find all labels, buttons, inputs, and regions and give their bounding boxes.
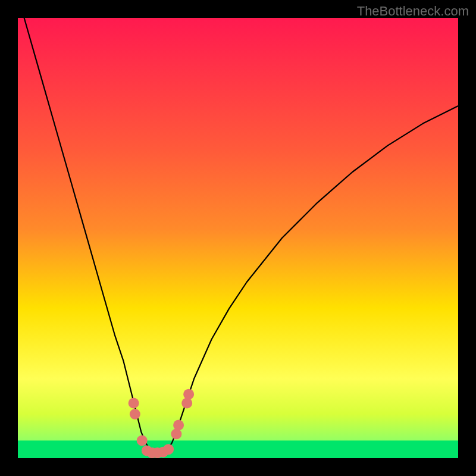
- data-marker: [173, 420, 184, 431]
- data-marker: [181, 398, 192, 409]
- plot-area: [18, 18, 458, 458]
- data-marker: [130, 409, 140, 419]
- data-marker: [183, 389, 194, 400]
- data-marker: [129, 398, 139, 409]
- data-marker: [137, 435, 148, 446]
- data-marker: [163, 444, 174, 455]
- bottleneck-chart: [18, 18, 458, 458]
- green-band: [18, 440, 458, 458]
- watermark-text: TheBottleneck.com: [357, 4, 469, 19]
- gradient-background: [18, 18, 458, 458]
- chart-frame: TheBottleneck.com: [0, 0, 476, 476]
